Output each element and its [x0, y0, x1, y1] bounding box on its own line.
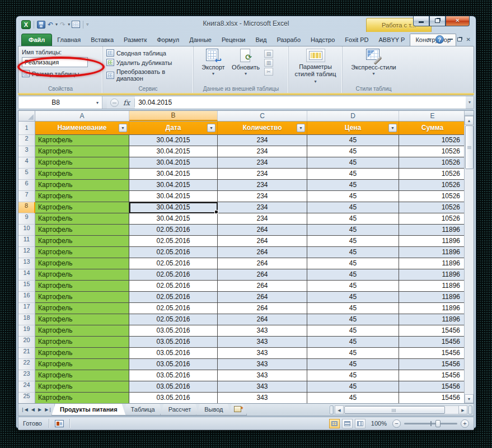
cell-E14[interactable]: 11896 — [399, 269, 466, 281]
cell-E6[interactable]: 10526 — [399, 180, 466, 191]
cell-D8[interactable]: 45 — [307, 202, 399, 213]
table-header-cell-1[interactable]: Наименование▼ — [35, 122, 129, 135]
formula-input[interactable] — [135, 96, 466, 109]
cell-E10[interactable]: 11896 — [399, 225, 466, 236]
restore-button[interactable] — [429, 16, 446, 26]
cell-D11[interactable]: 45 — [307, 236, 399, 247]
sheet-tab-рассчет[interactable]: Рассчет — [160, 404, 200, 416]
excel-logo-icon[interactable]: X — [21, 20, 31, 29]
select-all-corner[interactable] — [18, 111, 35, 121]
table-header-cell-2[interactable]: Дата▼ — [129, 122, 218, 135]
remove-duplicates-button[interactable]: Удалить дубликаты — [106, 59, 190, 66]
vertical-scrollbar[interactable]: ▲ ▼ — [464, 111, 474, 403]
ribbon-tab-формул[interactable]: Формул — [152, 34, 184, 46]
minimize-button[interactable] — [413, 16, 429, 26]
cell-B13[interactable]: 02.05.2016 — [129, 258, 218, 269]
filter-dropdown-icon[interactable]: ▼ — [297, 124, 305, 132]
help-icon[interactable]: ? — [435, 35, 444, 44]
cell-A18[interactable]: Картофель — [35, 314, 129, 325]
cell-C7[interactable]: 234 — [218, 191, 307, 202]
cell-E3[interactable]: 10526 — [399, 146, 466, 157]
cell-A15[interactable]: Картофель — [35, 281, 129, 292]
cell-D20[interactable]: 45 — [307, 337, 399, 348]
cell-A22[interactable]: Картофель — [35, 359, 129, 370]
cell-B12[interactable]: 02.05.2016 — [129, 247, 218, 258]
cell-C23[interactable]: 343 — [218, 370, 307, 381]
page-break-view-icon[interactable] — [355, 419, 366, 428]
cell-A5[interactable]: Картофель — [35, 169, 129, 180]
customize-qat-icon[interactable]: ▿ — [86, 22, 88, 27]
row-header-15[interactable]: 15 — [18, 281, 35, 292]
cell-E15[interactable]: 11896 — [399, 281, 466, 292]
undo-icon[interactable]: ↶ — [47, 20, 54, 29]
pivot-table-button[interactable]: Сводная таблица — [106, 49, 190, 57]
window-split-handle[interactable] — [468, 405, 472, 414]
undo-dropdown-icon[interactable]: ▾ — [55, 22, 58, 27]
cell-C19[interactable]: 343 — [218, 325, 307, 337]
cell-C10[interactable]: 264 — [218, 225, 307, 236]
column-header-E[interactable]: E — [399, 111, 466, 121]
cell-B22[interactable]: 03.05.2016 — [129, 359, 218, 370]
cell-C6[interactable]: 234 — [218, 180, 307, 191]
export-button[interactable]: ↩ Экспорт ▾ — [197, 49, 229, 84]
cell-B9[interactable]: 30.04.2015 — [129, 213, 218, 225]
row-header-9[interactable]: 9 — [18, 213, 35, 225]
prev-sheet-icon[interactable]: ◀ — [31, 407, 35, 412]
cell-A8[interactable]: Картофель — [35, 202, 129, 213]
ribbon-tab-данные[interactable]: Данные — [184, 34, 217, 46]
cell-E5[interactable]: 10526 — [399, 169, 466, 180]
row-header-2[interactable]: 2 — [18, 135, 35, 146]
sheet-tab-вывод[interactable]: Вывод — [196, 404, 231, 416]
cell-D5[interactable]: 45 — [307, 169, 399, 180]
cell-E24[interactable]: 15456 — [399, 381, 466, 393]
cell-D19[interactable]: 45 — [307, 325, 399, 337]
ribbon-tab-надстро[interactable]: Надстро — [306, 34, 340, 46]
cell-B4[interactable]: 30.04.2015 — [129, 157, 218, 169]
zoom-in-icon[interactable]: + — [461, 419, 469, 428]
ribbon-tab-рецензи[interactable]: Рецензи — [217, 34, 251, 46]
row-header-10[interactable]: 10 — [18, 225, 35, 236]
table-header-cell-4[interactable]: Цена▼ — [307, 122, 399, 135]
cell-D24[interactable]: 45 — [307, 381, 399, 393]
cell-E11[interactable]: 11896 — [399, 236, 466, 247]
cell-E2[interactable]: 10526 — [399, 135, 466, 146]
cell-D16[interactable]: 45 — [307, 292, 399, 303]
zoom-slider-thumb[interactable] — [435, 420, 441, 427]
row-header-8[interactable]: 8 — [18, 202, 35, 213]
column-header-D[interactable]: D — [307, 111, 399, 121]
cell-D7[interactable]: 45 — [307, 191, 399, 202]
cell-E21[interactable]: 15456 — [399, 348, 466, 359]
cell-C8[interactable]: 234 — [218, 202, 307, 213]
row-header-19[interactable]: 19 — [18, 325, 35, 337]
cell-B25[interactable]: 03.05.2016 — [129, 393, 218, 404]
cell-C20[interactable]: 343 — [218, 337, 307, 348]
cell-B24[interactable]: 03.05.2016 — [129, 381, 218, 393]
filter-dropdown-icon[interactable]: ▼ — [388, 124, 397, 132]
cell-A13[interactable]: Картофель — [35, 258, 129, 269]
formula-bar-splitter[interactable] — [102, 96, 107, 109]
cell-E4[interactable]: 10526 — [399, 157, 466, 169]
ribbon-tab-abbyy-p[interactable]: ABBYY P — [374, 34, 410, 46]
cell-C18[interactable]: 264 — [218, 314, 307, 325]
cell-D14[interactable]: 45 — [307, 269, 399, 281]
cell-A24[interactable]: Картофель — [35, 381, 129, 393]
table-header-cell-3[interactable]: Количество▼ — [218, 122, 307, 135]
cell-D2[interactable]: 45 — [307, 135, 399, 146]
filter-dropdown-icon[interactable]: ▼ — [119, 124, 127, 132]
cell-D6[interactable]: 45 — [307, 180, 399, 191]
unlink-icon[interactable]: ✂ — [264, 68, 273, 76]
cell-C24[interactable]: 343 — [218, 381, 307, 393]
row-header-1[interactable]: 1 — [18, 122, 35, 135]
horizontal-scroll-thumb[interactable] — [344, 406, 445, 414]
row-header-4[interactable]: 4 — [18, 157, 35, 169]
cell-D3[interactable]: 45 — [307, 146, 399, 157]
first-sheet-icon[interactable]: ❘◀ — [21, 407, 28, 412]
cell-D21[interactable]: 45 — [307, 348, 399, 359]
row-header-13[interactable]: 13 — [18, 258, 35, 269]
cell-B3[interactable]: 30.04.2015 — [129, 146, 218, 157]
cell-B16[interactable]: 02.05.2016 — [129, 292, 218, 303]
cell-C13[interactable]: 264 — [218, 258, 307, 269]
ribbon-tab-файл[interactable]: Файл — [21, 34, 52, 46]
cell-E12[interactable]: 11896 — [399, 247, 466, 258]
scroll-up-icon[interactable]: ▲ — [465, 116, 474, 125]
